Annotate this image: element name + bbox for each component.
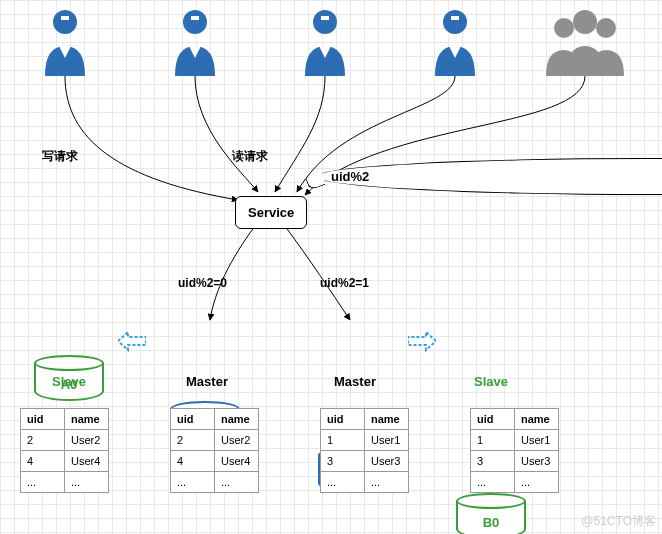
table-row: ...... (321, 472, 409, 493)
th-name: name (515, 409, 559, 430)
th-name: name (365, 409, 409, 430)
table-b0: uidname 1User1 3User3 ...... (470, 408, 559, 493)
service-node: Service (235, 196, 307, 229)
shard-a-condition: uid%2=0 (178, 276, 227, 290)
svg-point-10 (596, 18, 616, 38)
table-row: 3User3 (321, 451, 409, 472)
read-request-label: 读请求 (232, 148, 268, 165)
user-icon (295, 6, 355, 79)
table-row: 1User1 (321, 430, 409, 451)
th-uid: uid (171, 409, 215, 430)
th-uid: uid (321, 409, 365, 430)
user-icon (425, 6, 485, 79)
group-icon (540, 6, 630, 79)
table-b: uidname 1User1 3User3 ...... (320, 408, 409, 493)
master-label: Master (320, 374, 390, 389)
table-row: 4User4 (171, 451, 259, 472)
svg-rect-3 (191, 16, 199, 20)
svg-point-8 (554, 18, 574, 38)
table-a: uidname 2User2 4User4 ...... (170, 408, 259, 493)
svg-point-2 (183, 10, 207, 34)
table-row: ...... (21, 472, 109, 493)
svg-rect-7 (451, 16, 459, 20)
th-uid: uid (21, 409, 65, 430)
th-name: name (65, 409, 109, 430)
write-request-label: 写请求 (42, 148, 78, 165)
db-b0-label: B0 (456, 515, 526, 530)
watermark: @51CTO博客 (581, 513, 656, 530)
svg-point-6 (443, 10, 467, 34)
svg-point-0 (53, 10, 77, 34)
replication-left-icon (118, 330, 146, 352)
svg-point-9 (573, 10, 597, 34)
table-row: 2User2 (21, 430, 109, 451)
db-b0-cylinder: B0 (456, 493, 526, 534)
table-row: 3User3 (471, 451, 559, 472)
table-row: ...... (471, 472, 559, 493)
user-icon (35, 6, 95, 79)
speech-bubble: uid%2 (316, 158, 662, 195)
table-row: ...... (171, 472, 259, 493)
svg-rect-1 (61, 16, 69, 20)
master-label: Master (172, 374, 242, 389)
table-a0: uidname 2User2 4User4 ...... (20, 408, 109, 493)
th-uid: uid (471, 409, 515, 430)
th-name: name (215, 409, 259, 430)
slave-label: Slave (466, 374, 516, 389)
table-row: 2User2 (171, 430, 259, 451)
svg-point-4 (313, 10, 337, 34)
replication-right-icon (408, 330, 436, 352)
table-row: 1User1 (471, 430, 559, 451)
table-row: 4User4 (21, 451, 109, 472)
shard-b-condition: uid%2=1 (320, 276, 369, 290)
user-icon (165, 6, 225, 79)
slave-label: Slave (44, 374, 94, 389)
svg-rect-5 (321, 16, 329, 20)
shard-rule-label: uid%2 (331, 169, 369, 184)
